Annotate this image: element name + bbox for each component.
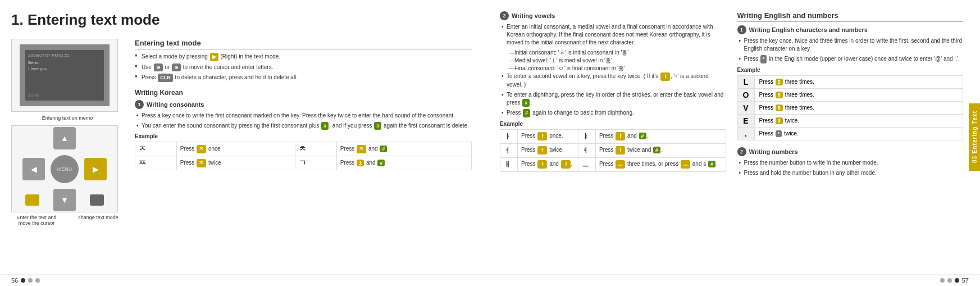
device-labels: Enter the text and move the cursor chang… bbox=[11, 215, 124, 226]
example-label-english: Example bbox=[737, 67, 964, 73]
dot-inactive-1 bbox=[28, 278, 33, 283]
consonants-table: ㅈ Press ㅈ once ㅊ Press ㅈ and # ㅉ Press ㅈ… bbox=[135, 142, 472, 170]
numbers-dot-2: Press and hold the number button in any … bbox=[737, 169, 964, 177]
num-badge-4: 2 bbox=[737, 147, 746, 156]
vowel-dot-1: Enter an initial consonant, a medial vow… bbox=[500, 23, 726, 47]
dot-inactive-4 bbox=[947, 278, 952, 283]
key-jj: ㅈ bbox=[197, 159, 206, 167]
consonant-dot-2: You can enter the sound consonant by pre… bbox=[135, 122, 472, 130]
vowel-dot-4: Press # again to change to basic from di… bbox=[500, 109, 726, 117]
dot-inactive-2 bbox=[35, 278, 40, 283]
numbers-section: 2 Writing numbers Press the number butto… bbox=[737, 147, 964, 177]
numbers-dot-1: Press the number button to write in the … bbox=[737, 159, 964, 167]
dot-active-2 bbox=[955, 278, 959, 283]
english-chars-title: 1 Writing English characters and numbers bbox=[737, 25, 964, 34]
table-row: ㅐ Press ㅏ and ㅓ. ㅡ Press ㅡ three times, … bbox=[500, 157, 726, 171]
plus-key: # bbox=[321, 122, 329, 130]
key-diphthong: # bbox=[522, 99, 530, 107]
table-row: ㅓ Press ㅓ twice. ㅕ Press ㅓ twice and #. bbox=[500, 143, 726, 157]
nav-key-1: ⊕ bbox=[154, 63, 163, 72]
example-label-vowels: Example bbox=[500, 121, 726, 127]
key-basic: # bbox=[523, 109, 530, 117]
key-eu1: ㅡ bbox=[616, 160, 625, 169]
num-badge-3: 1 bbox=[737, 25, 746, 34]
key-ya1: ㅏ bbox=[616, 132, 625, 140]
key-ae2: ㅓ bbox=[561, 160, 571, 169]
table-row: ㅈ Press ㅈ once ㅊ Press ㅈ and # bbox=[135, 142, 472, 156]
key-ae1: ㅏ bbox=[537, 160, 547, 169]
instructions-column: Entering text mode Select a mode by pres… bbox=[135, 39, 472, 226]
num-badge-1: 1 bbox=[135, 100, 144, 109]
key-eng: * bbox=[760, 55, 767, 63]
key-vowel: ㅏ bbox=[660, 72, 670, 81]
english-section: Writing English and numbers 1 Writing En… bbox=[737, 11, 964, 177]
main-title: 1. Entering text mode bbox=[11, 11, 472, 29]
page-container: 1. Entering text mode 2008/07/07 PM01:51… bbox=[0, 0, 980, 274]
key-j: ㅈ bbox=[197, 145, 206, 153]
device-screen: 2008/07/07 PM01:51 Beno I love you 10/40 bbox=[20, 44, 110, 106]
korean-section-title: Writing Korean bbox=[135, 89, 472, 97]
device-screen-box: 2008/07/07 PM01:51 Beno I love you 10/40 bbox=[11, 39, 118, 112]
vowel-indent-1: —Initial consonant: 'ㅎ' is initial conso… bbox=[500, 49, 726, 57]
right-right-col: Writing English and numbers 1 Writing En… bbox=[737, 11, 964, 263]
bullet-2: Use ⊕ or ⊕ to move the cursor and enter … bbox=[135, 63, 472, 72]
key-yeo2: # bbox=[653, 147, 660, 153]
device-caption-top: Entering text on memo bbox=[11, 115, 124, 121]
key-e: 3 bbox=[776, 117, 783, 124]
table-row: V Press 8 three times. bbox=[737, 101, 963, 114]
english-section-title: Writing English and numbers bbox=[737, 11, 964, 22]
del-key: CLR bbox=[158, 74, 173, 82]
english-dot-1: Press the key once, twice and three time… bbox=[737, 37, 964, 53]
key-eo: ㅓ bbox=[537, 146, 547, 155]
example-label-consonants: Example bbox=[135, 133, 472, 139]
right-key: ▶ bbox=[210, 53, 218, 61]
vowel-dot-3: To enter a diphthong, press the key in o… bbox=[500, 91, 726, 107]
vowel-dot-2: To enter a second vowel on a key, press … bbox=[500, 72, 726, 89]
dot-active-1 bbox=[21, 278, 25, 283]
key-v: 8 bbox=[776, 105, 783, 111]
english-dot-2: Press * in the English mode (upper or lo… bbox=[737, 55, 964, 63]
key-o: 6 bbox=[776, 92, 783, 98]
device-images-column: 2008/07/07 PM01:51 Beno I love you 10/40… bbox=[11, 39, 124, 226]
dot-inactive-3 bbox=[940, 278, 945, 283]
key-dot: * bbox=[776, 130, 782, 137]
key-l: 5 bbox=[776, 79, 783, 85]
num-badge-2: 2 bbox=[500, 11, 509, 20]
writing-korean-section: Writing Korean 1 Writing consonants Pres… bbox=[135, 89, 472, 171]
page-number-right: 57 bbox=[940, 277, 969, 284]
right-left-col: 2 Writing vowels Enter an initial conson… bbox=[500, 11, 726, 263]
numbers-title: 2 Writing numbers bbox=[737, 147, 964, 156]
key-yeo1: ㅓ bbox=[616, 146, 625, 155]
table-row: . Press * twice. bbox=[737, 127, 963, 140]
right-page: 2 Writing vowels Enter an initial conson… bbox=[489, 0, 980, 274]
key-ya2: # bbox=[639, 133, 646, 139]
vowels-title: 2 Writing vowels bbox=[500, 11, 726, 20]
bullet-3: Press CLR to delete a character, press a… bbox=[135, 74, 472, 82]
table-row: ㅉ Press ㅈ twice ㄱ Press 1 and # bbox=[135, 156, 472, 170]
vowels-table: ㅏ Press ㅏ once. ㅑ Press ㅏ and #. ㅓ Press… bbox=[500, 129, 726, 172]
table-row: L Press 5 three times. bbox=[737, 75, 963, 88]
nav-key-2: ⊕ bbox=[172, 63, 181, 72]
page-number-left: 56 bbox=[11, 277, 40, 284]
label-cursor: Enter the text and move the cursor bbox=[11, 215, 62, 226]
entering-section-title: Entering text mode bbox=[135, 39, 472, 49]
key-eu2: ㅡ bbox=[681, 160, 690, 169]
entering-text-mode-section: Entering text mode Select a mode by pres… bbox=[135, 39, 472, 82]
table-row: ㅏ Press ㅏ once. ㅑ Press ㅏ and #. bbox=[500, 129, 726, 143]
key-a: ㅏ bbox=[537, 132, 547, 140]
key-hash2: # bbox=[377, 160, 385, 166]
consonant-dot-1: Press a key once to write the first cons… bbox=[135, 112, 472, 120]
key-g1: 1 bbox=[357, 160, 364, 166]
vowels-section: 2 Writing vowels Enter an initial conson… bbox=[500, 11, 726, 172]
vowel-indent-3: —Final consonant: 'ㅇ' is final consonant… bbox=[500, 65, 726, 72]
vowel-indent-2: —Medial vowel: '⊥' is medial vowel in '홍… bbox=[500, 57, 726, 65]
left-page: 1. Entering text mode 2008/07/07 PM01:51… bbox=[0, 0, 489, 274]
table-row: E Press 3 twice. bbox=[737, 114, 963, 127]
label-mode: change text mode bbox=[73, 215, 124, 226]
left-content: 2008/07/07 PM01:51 Beno I love you 10/40… bbox=[11, 39, 472, 226]
key-hash1: # bbox=[380, 146, 387, 152]
key-ch1: ㅈ bbox=[357, 145, 366, 153]
side-tab: 03 Entering Text bbox=[969, 103, 980, 171]
key-eu3: # bbox=[708, 161, 715, 167]
bullet-1: Select a mode by pressing ▶ (Right) in t… bbox=[135, 53, 472, 61]
